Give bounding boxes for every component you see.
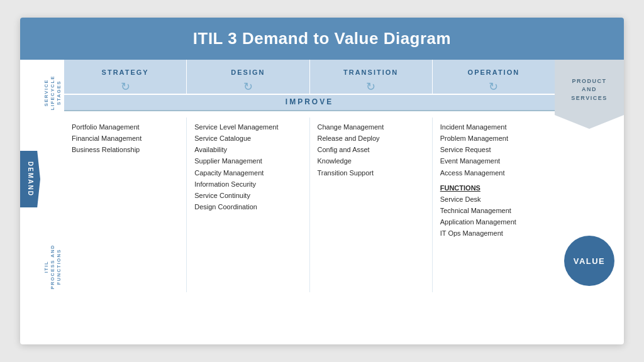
process-col-transition: Change Management Release and Deploy Con… bbox=[310, 118, 433, 292]
process-item: Portfolio Management bbox=[72, 123, 140, 131]
cycle-icon-operation: ↻ bbox=[435, 80, 552, 94]
function-item: Application Management bbox=[440, 218, 516, 226]
process-item: Supplier Management bbox=[194, 157, 262, 165]
cycle-icon-transition: ↻ bbox=[313, 80, 430, 94]
process-item: Transition Support bbox=[318, 169, 374, 177]
function-item: Technical Management bbox=[440, 207, 511, 214]
process-item: Event Management bbox=[440, 157, 500, 165]
process-item: Release and Deploy bbox=[318, 134, 380, 142]
stage-transition-label: TRANSITION bbox=[343, 69, 398, 76]
process-item: Knowledge bbox=[318, 157, 352, 165]
cycle-icon-design: ↻ bbox=[189, 80, 306, 94]
function-item: Service Desk bbox=[440, 195, 481, 203]
stage-design: DESIGN ↻ bbox=[187, 60, 309, 94]
process-item: Config and Asset bbox=[318, 146, 370, 153]
process-item: Service Level Management bbox=[194, 123, 278, 131]
lifecycle-label: SERVICELIFECYCLESTAGES bbox=[43, 75, 62, 110]
process-item: Service Catalogue bbox=[194, 134, 251, 142]
stage-operation: OPERATION ↻ bbox=[433, 60, 555, 94]
product-label: PRODUCTANDSERVICES bbox=[567, 71, 611, 118]
process-item: Business Relationship bbox=[72, 146, 140, 153]
process-item: Availability bbox=[194, 146, 227, 153]
process-item: Access Management bbox=[440, 169, 505, 177]
left-labels: DEMAND SERVICELIFECYCLESTAGES ITILPROCES… bbox=[20, 60, 64, 299]
process-col-operation: Incident Management Problem Management S… bbox=[433, 118, 555, 292]
functions-label: FUNCTIONS bbox=[440, 182, 547, 194]
slide-title: ITIL 3 Demand to Value Diagram bbox=[20, 18, 624, 60]
stage-strategy-label: STRATEGY bbox=[102, 69, 149, 76]
process-item: Service Request bbox=[440, 146, 491, 153]
improve-bar: IMPROVE bbox=[64, 95, 555, 111]
value-circle: VALUE bbox=[564, 236, 614, 286]
cycle-icon-strategy: ↻ bbox=[67, 80, 184, 94]
process-item: Design Coordination bbox=[194, 203, 257, 211]
process-label: ITILPROCESS ANDFUNCTIONS bbox=[43, 244, 62, 289]
process-item: Capacity Management bbox=[194, 169, 264, 177]
main-area: DEMAND SERVICELIFECYCLESTAGES ITILPROCES… bbox=[20, 60, 624, 299]
function-item: IT Ops Management bbox=[440, 229, 503, 237]
process-item: Service Continuity bbox=[194, 192, 250, 199]
stage-strategy: STRATEGY ↻ bbox=[64, 60, 187, 94]
stage-design-label: DESIGN bbox=[231, 69, 265, 76]
process-col-strategy: Portfolio Management Financial Managemen… bbox=[64, 118, 187, 292]
stage-transition: TRANSITION ↻ bbox=[310, 60, 433, 94]
stage-operation-label: OPERATION bbox=[468, 69, 520, 76]
process-item: Change Management bbox=[318, 123, 384, 131]
right-column: PRODUCTANDSERVICES VALUE bbox=[555, 60, 624, 299]
process-item: Problem Management bbox=[440, 134, 508, 142]
content-area: STRATEGY ↻ DESIGN ↻ TRANSITION ↻ OPERATI… bbox=[64, 60, 555, 299]
process-area: Portfolio Management Financial Managemen… bbox=[64, 111, 555, 299]
process-col-design: Service Level Management Service Catalog… bbox=[187, 118, 309, 292]
stage-header-row: STRATEGY ↻ DESIGN ↻ TRANSITION ↻ OPERATI… bbox=[64, 60, 555, 95]
value-label: VALUE bbox=[574, 256, 606, 266]
slide-container: ITIL 3 Demand to Value Diagram DEMAND SE… bbox=[20, 18, 624, 344]
demand-arrow: DEMAND bbox=[20, 151, 40, 207]
process-item: Financial Management bbox=[72, 134, 142, 142]
product-pentagon: PRODUCTANDSERVICES bbox=[555, 60, 624, 129]
process-item: Incident Management bbox=[440, 123, 507, 131]
process-item: Information Security bbox=[194, 180, 256, 188]
